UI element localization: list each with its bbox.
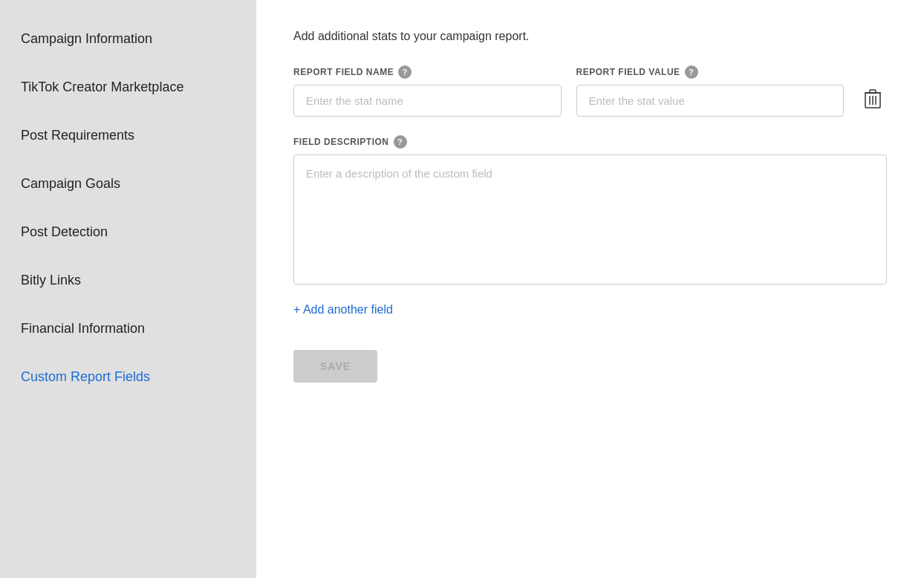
report-field-value-help-icon[interactable]: ?	[685, 65, 698, 79]
trash-icon	[865, 89, 881, 108]
sidebar-item-label: Campaign Goals	[21, 176, 120, 191]
stat-name-input[interactable]	[293, 85, 562, 117]
sidebar-item-bitly-links[interactable]: Bitly Links	[0, 256, 256, 305]
save-button[interactable]: SAVE	[293, 350, 377, 383]
field-description-textarea[interactable]	[293, 155, 887, 285]
name-value-row: REPORT FIELD NAME ? REPORT FIELD VALUE ?	[293, 65, 887, 117]
sidebar-item-label: Post Requirements	[21, 128, 134, 143]
report-field-name-group: REPORT FIELD NAME ?	[293, 65, 562, 117]
sidebar-item-campaign-information[interactable]: Campaign Information	[0, 15, 256, 63]
sidebar-item-post-requirements[interactable]: Post Requirements	[0, 111, 256, 160]
sidebar-item-campaign-goals[interactable]: Campaign Goals	[0, 160, 256, 208]
main-content: Add additional stats to your campaign re…	[256, 0, 924, 578]
add-another-field-link[interactable]: + Add another field	[293, 303, 393, 316]
report-field-value-group: REPORT FIELD VALUE ?	[576, 65, 845, 117]
sidebar-item-label: Financial Information	[21, 321, 145, 336]
delete-field-button[interactable]	[859, 82, 887, 115]
report-field-name-label: REPORT FIELD NAME ?	[293, 65, 562, 79]
report-field-value-label: REPORT FIELD VALUE ?	[576, 65, 845, 79]
field-description-help-icon[interactable]: ?	[394, 135, 407, 149]
sidebar-item-label: Custom Report Fields	[21, 369, 150, 384]
sidebar-item-label: Bitly Links	[21, 273, 81, 288]
sidebar-item-label: Post Detection	[21, 224, 108, 239]
field-description-label: FIELD DESCRIPTION ?	[293, 135, 887, 149]
sidebar-item-label: TikTok Creator Marketplace	[21, 79, 183, 94]
page-description: Add additional stats to your campaign re…	[293, 30, 887, 43]
field-description-group: FIELD DESCRIPTION ?	[293, 135, 887, 285]
stat-value-input[interactable]	[576, 85, 845, 117]
sidebar-item-label: Campaign Information	[21, 31, 152, 46]
sidebar-item-custom-report-fields[interactable]: Custom Report Fields	[0, 353, 256, 401]
sidebar-item-tiktok-creator-marketplace[interactable]: TikTok Creator Marketplace	[0, 63, 256, 111]
sidebar-item-post-detection[interactable]: Post Detection	[0, 208, 256, 256]
report-field-name-help-icon[interactable]: ?	[398, 65, 411, 79]
sidebar: Campaign Information TikTok Creator Mark…	[0, 0, 256, 578]
sidebar-item-financial-information[interactable]: Financial Information	[0, 305, 256, 353]
